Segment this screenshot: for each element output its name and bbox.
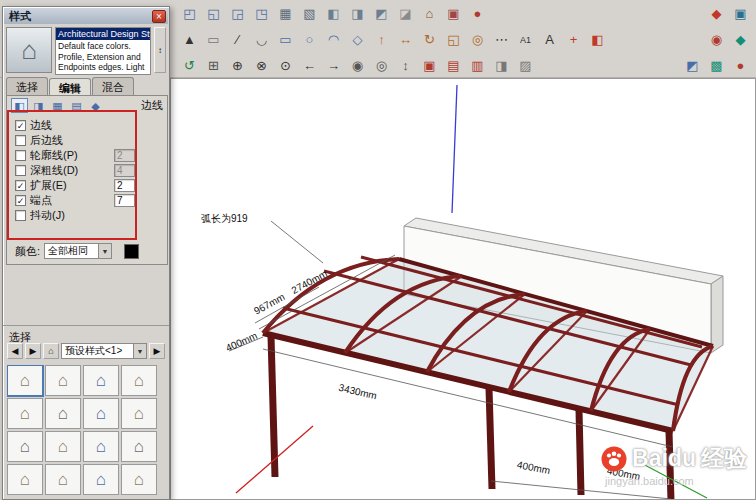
look-around-icon[interactable]: ◎ — [370, 54, 393, 76]
face-settings-icon[interactable]: ◨ — [30, 98, 47, 113]
section-fill-icon[interactable]: ▤ — [442, 54, 465, 76]
zoom-window-icon[interactable]: ⊗ — [250, 54, 273, 76]
rectangle-tool-icon[interactable]: ▭ — [274, 28, 297, 50]
wireframe-mode-icon[interactable]: ▧ — [298, 2, 321, 24]
checkbox[interactable] — [15, 165, 26, 176]
layer-manager-icon[interactable]: ◆ — [705, 2, 728, 24]
checkbox[interactable] — [15, 135, 26, 146]
section-display-icon[interactable]: ▥ — [466, 54, 489, 76]
style-thumbnail[interactable]: ⌂ — [83, 398, 119, 429]
pane-toggle-button[interactable]: ↕ — [154, 27, 166, 73]
in-model-icon[interactable]: ⌂ — [43, 343, 59, 359]
style-thumbnail[interactable]: ⌂ — [7, 365, 43, 396]
back-view-icon[interactable]: ▦ — [274, 2, 297, 24]
axes-tool-icon[interactable]: + — [562, 28, 585, 50]
move-tool-icon[interactable]: ↔ — [394, 28, 417, 50]
checkbox[interactable]: ✓ — [15, 180, 26, 191]
text-tool-icon[interactable]: A — [538, 28, 561, 50]
front-view-icon[interactable]: ◲ — [226, 2, 249, 24]
style-thumbnail-image: ⌂ — [58, 470, 68, 490]
style-collection-dropdown[interactable]: 预设样式<1> ▼ — [61, 343, 147, 359]
scale-tool-icon[interactable]: ◱ — [442, 28, 465, 50]
fog-toggle-icon[interactable]: ▨ — [514, 54, 537, 76]
offset-tool-icon[interactable]: ◎ — [466, 28, 489, 50]
value-input[interactable]: 4 — [114, 164, 135, 177]
style-thumbnail[interactable]: ⌂ — [45, 464, 81, 495]
dialog-titlebar[interactable]: 样式 × — [4, 8, 168, 24]
right-view-icon[interactable]: ◳ — [250, 2, 273, 24]
monochrome-mode-icon[interactable]: ◪ — [394, 2, 417, 24]
style-thumbnail[interactable]: ⌂ — [7, 464, 43, 495]
orbit-tool-icon[interactable]: ↺ — [178, 54, 201, 76]
checkbox[interactable]: ✓ — [15, 195, 26, 206]
back-icon[interactable]: ◀ — [7, 343, 23, 359]
style-thumbnail[interactable]: ⌂ — [121, 398, 157, 429]
position-camera-icon[interactable]: ◉ — [346, 54, 369, 76]
top-view-icon[interactable]: ◱ — [202, 2, 225, 24]
styles-toolbar-icon[interactable]: ◩ — [681, 54, 704, 76]
purge-icon[interactable]: ● — [729, 54, 752, 76]
dimension-tool-icon[interactable]: A1 — [514, 28, 537, 50]
paint-bucket-icon[interactable]: ◧ — [586, 28, 609, 50]
style-thumbnail[interactable]: ⌂ — [7, 398, 43, 429]
tab-混合[interactable]: 混合 — [92, 77, 134, 97]
model-info-icon[interactable]: ▣ — [729, 2, 752, 24]
layers-toolbar-icon[interactable]: ▩ — [705, 54, 728, 76]
modeling-settings-icon[interactable]: ◆ — [87, 98, 104, 113]
style-info-box[interactable]: Architectural Design Style Default face … — [55, 27, 151, 75]
walk-tool-icon[interactable]: ↕ — [394, 54, 417, 76]
edge-color-swatch[interactable] — [124, 244, 139, 259]
details-arrow-icon[interactable]: ▶ — [149, 343, 165, 359]
components-icon[interactable]: ◆ — [729, 28, 752, 50]
forward-icon[interactable]: ▶ — [25, 343, 41, 359]
style-thumbnail[interactable]: ⌂ — [45, 398, 81, 429]
value-input[interactable]: 2 — [114, 149, 135, 162]
line-tool-icon[interactable]: ∕ — [226, 28, 249, 50]
watermark-settings-icon[interactable]: ▤ — [68, 98, 85, 113]
zoom-extents-icon[interactable]: ⊙ — [274, 54, 297, 76]
arc-tool-icon[interactable]: ◠ — [322, 28, 345, 50]
rotate-tool-icon[interactable]: ↻ — [418, 28, 441, 50]
zoom-tool-icon[interactable]: ⊕ — [226, 54, 249, 76]
close-icon[interactable]: × — [152, 10, 166, 23]
section-plane-icon[interactable]: ▣ — [442, 2, 465, 24]
background-settings-icon[interactable]: ▦ — [49, 98, 66, 113]
house-component-icon[interactable]: ⌂ — [418, 2, 441, 24]
value-input[interactable]: 2 — [114, 179, 135, 192]
add-location-icon[interactable]: ● — [466, 2, 489, 24]
push-pull-tool-icon[interactable]: ↑ — [370, 28, 393, 50]
style-thumbnail[interactable]: ⌂ — [45, 431, 81, 462]
iso-view-icon[interactable]: ◰ — [178, 2, 201, 24]
shaded-textures-mode-icon[interactable]: ◩ — [370, 2, 393, 24]
style-thumbnail[interactable]: ⌂ — [121, 365, 157, 396]
pan-tool-icon[interactable]: ⊞ — [202, 54, 225, 76]
polygon-tool-icon[interactable]: ◇ — [346, 28, 369, 50]
freehand-tool-icon[interactable]: ◡ — [250, 28, 273, 50]
tab-选择[interactable]: 选择 — [6, 77, 48, 97]
style-thumbnail[interactable]: ⌂ — [83, 365, 119, 396]
instructor-icon[interactable]: ◉ — [705, 28, 728, 50]
eraser-tool-icon[interactable]: ▭ — [202, 28, 225, 50]
previous-view-icon[interactable]: ← — [298, 54, 321, 76]
style-thumbnail[interactable]: ⌂ — [83, 464, 119, 495]
color-mode-dropdown[interactable]: 全部相同 ▼ — [44, 243, 112, 259]
circle-tool-icon[interactable]: ○ — [298, 28, 321, 50]
style-thumbnail[interactable]: ⌂ — [83, 431, 119, 462]
modeling-viewport[interactable]: 弧长为919 2740mm 967mm 400mm 3430mm 400mm 4… — [170, 78, 756, 500]
value-input[interactable]: 7 — [114, 194, 135, 207]
edge-settings-icon[interactable]: ◧ — [11, 98, 28, 113]
style-thumbnail[interactable]: ⌂ — [121, 464, 157, 495]
next-view-icon[interactable]: → — [322, 54, 345, 76]
style-thumbnail[interactable]: ⌂ — [45, 365, 81, 396]
style-thumbnail[interactable]: ⌂ — [121, 431, 157, 462]
hidden-line-mode-icon[interactable]: ◧ — [322, 2, 345, 24]
checkbox[interactable]: ✓ — [15, 120, 26, 131]
checkbox[interactable] — [15, 210, 26, 221]
checkbox[interactable] — [15, 150, 26, 161]
section-plane-tool-icon[interactable]: ▣ — [418, 54, 441, 76]
shadows-toggle-icon[interactable]: ◨ — [490, 54, 513, 76]
tape-measure-icon[interactable]: ⋯ — [490, 28, 513, 50]
select-tool-icon[interactable]: ▲ — [178, 28, 201, 50]
shaded-mode-icon[interactable]: ◨ — [346, 2, 369, 24]
style-thumbnail[interactable]: ⌂ — [7, 431, 43, 462]
